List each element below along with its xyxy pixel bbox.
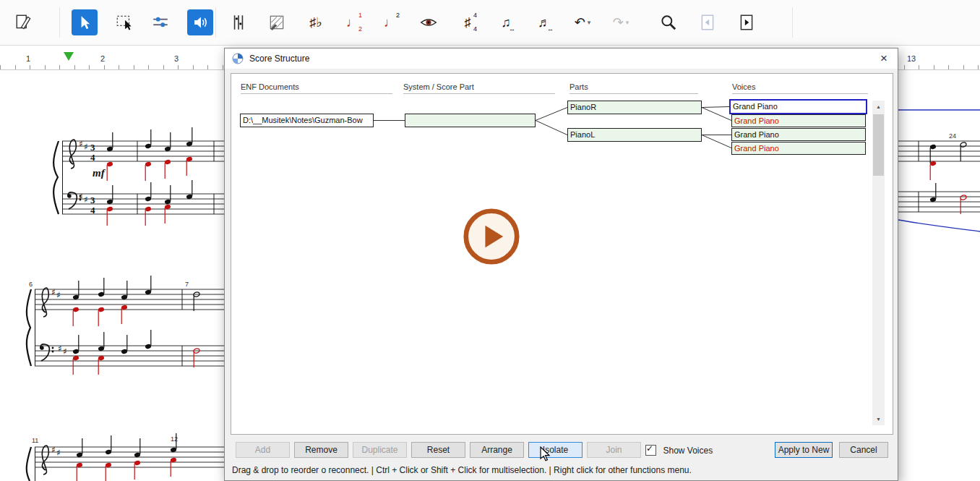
scroll-up-button[interactable]: ▲ — [872, 101, 885, 113]
zoom-button[interactable] — [656, 9, 682, 35]
toolbar-separator — [215, 7, 216, 38]
voice-two-icon: ♩ — [384, 16, 397, 29]
voice-node-4[interactable]: Grand Piano — [731, 142, 866, 155]
svg-text:4: 4 — [90, 152, 95, 163]
scrollbar[interactable]: ▲ ▼ — [872, 101, 885, 425]
ruler-mark-2: 2 — [100, 54, 105, 63]
format-layout-icon — [267, 13, 286, 32]
signature-sharp-icon: ♯ — [465, 16, 471, 29]
redo-dropdown-arrow[interactable]: ▾ — [626, 19, 629, 26]
column-header-system-label: System / Score Part — [403, 82, 474, 91]
app-window: ♯♭ ♩ 1 2 ♩ 2 ♯ 4 4 ♫ ↔ ♬ ↔ — [0, 0, 980, 481]
signature-badge-top: 4 — [473, 12, 477, 19]
voice-split-button[interactable]: ♩ 1 2 — [340, 9, 366, 35]
mouse-cursor — [539, 446, 554, 462]
barline-tool-button[interactable] — [225, 9, 252, 35]
undo-icon: ↶ — [575, 16, 585, 29]
close-button[interactable]: × — [880, 51, 887, 66]
join-button[interactable]: Join — [587, 442, 641, 458]
mixer-settings-button[interactable] — [147, 9, 173, 35]
voice-two-button[interactable]: ♩ 2 — [377, 9, 403, 35]
dialog-footer: Add Remove Duplicate Reset Arrange Isola… — [225, 435, 898, 481]
main-toolbar: ♯♭ ♩ 1 2 ♩ 2 ♯ 4 4 ♫ ↔ ♬ ↔ — [0, 0, 980, 46]
dialog-title: Score Structure — [249, 54, 309, 64]
svg-text:♯: ♯ — [63, 346, 67, 357]
part-node-pianor[interactable]: PianoR — [567, 101, 702, 114]
show-hidden-button[interactable] — [416, 9, 442, 35]
marquee-select-button[interactable] — [111, 9, 137, 35]
voice-split-badge-1: 1 — [358, 12, 362, 19]
svg-text:♯: ♯ — [58, 344, 62, 354]
ruler-mark-13: 13 — [907, 54, 916, 63]
speaker-playback-button[interactable] — [187, 9, 213, 35]
voice-node-3[interactable]: Grand Piano — [731, 128, 866, 141]
structure-panel: ENF Documents System / Score Part Parts … — [231, 73, 893, 435]
system-score-part-node[interactable] — [405, 114, 536, 127]
signatures-button[interactable]: ♯ 4 4 — [455, 9, 481, 35]
enf-document-node[interactable]: D:\__Musitek\Notes\Guzman-Bow — [240, 114, 374, 127]
svg-text:♯: ♯ — [51, 445, 56, 455]
beam-direction-button[interactable]: ♬ ↔ — [531, 9, 557, 35]
part-node-pianol[interactable]: PianoL — [567, 128, 702, 142]
svg-text:♯: ♯ — [56, 448, 61, 458]
duplicate-button[interactable]: Duplicate — [353, 442, 407, 458]
undo-button[interactable]: ↶ ▾ — [566, 9, 599, 35]
page-next-button[interactable] — [734, 9, 760, 35]
measure-number-11: 11 — [32, 437, 38, 444]
svg-text:♯: ♯ — [84, 195, 88, 205]
svg-text:3: 3 — [90, 142, 95, 153]
cancel-button[interactable]: Cancel — [839, 442, 888, 458]
voice-two-badge: 2 — [396, 12, 400, 19]
undo-dropdown-arrow[interactable]: ▾ — [588, 19, 591, 26]
arrange-button[interactable]: Arrange — [470, 442, 524, 458]
redo-button[interactable]: ↷ ▾ — [604, 9, 637, 35]
reset-button[interactable]: Reset — [411, 442, 465, 458]
column-header-system: System / Score Part — [403, 82, 555, 94]
scroll-thumb[interactable] — [873, 114, 884, 176]
position-marker[interactable] — [64, 52, 74, 61]
page-previous-button[interactable] — [695, 9, 721, 35]
svg-text:♯: ♯ — [56, 290, 61, 300]
page-next-icon — [737, 13, 756, 32]
playback-cursor-button[interactable] — [72, 9, 98, 35]
measure-number-6: 6 — [29, 281, 33, 288]
note-shift-button[interactable]: ♫ ↔ — [493, 9, 519, 35]
show-voices-label: Show Voices — [663, 446, 713, 456]
apply-to-new-button[interactable]: Apply to New — [775, 442, 833, 458]
svg-text:♯: ♯ — [84, 142, 88, 152]
voice-split-icon: ♩ — [346, 16, 359, 29]
cursor-icon — [77, 14, 93, 30]
document-setup-icon — [14, 13, 33, 32]
marquee-select-icon — [115, 13, 134, 32]
voice-node-1-selected[interactable]: Grand Piano — [729, 99, 867, 114]
score-structure-dialog: Score Structure × ENF Documents System /… — [224, 48, 898, 481]
status-hint: Drag & drop to reorder o reconnect. | Ct… — [232, 465, 692, 475]
page-previous-icon — [698, 13, 717, 32]
toolbar-separator — [792, 7, 793, 38]
play-overlay-button[interactable] — [463, 208, 520, 265]
measure-number-7: 7 — [185, 281, 189, 288]
sheet-music-left: ♯♯ 34 ♯♯ 34 mf ♯♯ ♯♯ 6 7 — [0, 69, 224, 481]
eye-icon — [419, 13, 438, 32]
document-setup-button[interactable] — [11, 9, 37, 35]
barline-tool-icon — [229, 13, 248, 32]
measure-number-12: 12 — [171, 435, 178, 443]
beam-direction-arrow: ↔ — [547, 26, 554, 33]
add-button[interactable]: Add — [236, 442, 290, 458]
redo-icon: ↷ — [613, 16, 624, 29]
ruler-mark-3: 3 — [174, 54, 179, 63]
show-voices-checkbox[interactable]: ✓ Show Voices — [645, 443, 713, 456]
column-header-voices: Voices — [732, 82, 868, 94]
isolate-button[interactable]: Isolate — [528, 442, 583, 458]
scroll-down-button[interactable]: ▼ — [872, 413, 885, 425]
format-layout-button[interactable] — [264, 9, 290, 35]
svg-text:3: 3 — [90, 195, 95, 205]
dynamic-marking: mf — [93, 167, 106, 179]
voice-node-2[interactable]: Grand Piano — [731, 114, 866, 127]
checkbox-box[interactable]: ✓ — [645, 445, 656, 456]
signature-badge-bottom: 4 — [473, 26, 477, 33]
ruler-mark-1: 1 — [26, 54, 30, 63]
dialog-titlebar[interactable]: Score Structure × — [225, 48, 898, 69]
remove-button[interactable]: Remove — [294, 442, 348, 458]
accidentals-button[interactable]: ♯♭ — [303, 9, 329, 35]
